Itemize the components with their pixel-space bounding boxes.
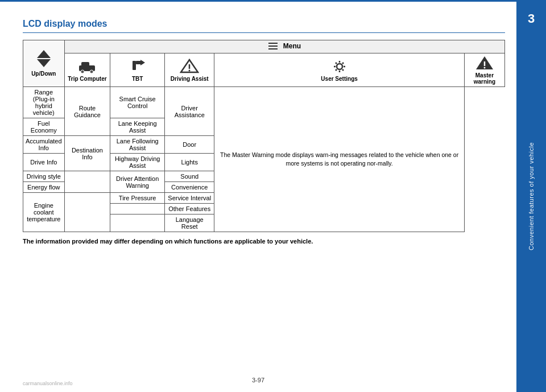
updown-arrows: Up/Down [26, 50, 62, 77]
settings-label: User Settings [217, 76, 461, 82]
trip-range: Range(Plug-in hybrid vehicle) [23, 87, 65, 118]
master-header: Master warning [464, 53, 504, 87]
page-container: 3 Convenient features of your vehicle LC… [0, 0, 546, 392]
trip-computer-header: Trip Computer [64, 53, 110, 87]
chapter-number: 3 [528, 11, 535, 26]
svg-line-19 [336, 63, 337, 64]
sidebar-label: Convenient features of your vehicle [528, 142, 535, 250]
settings-door: Door [165, 136, 214, 154]
trip-label: Trip Computer [67, 76, 108, 82]
menu-label: Menu [283, 42, 301, 50]
settings-icon [331, 59, 348, 75]
menu-header: Menu [64, 40, 504, 53]
settings-language-reset: LanguageReset [165, 214, 214, 232]
settings-other: Other Features [165, 204, 214, 214]
svg-point-13 [189, 69, 191, 71]
lcd-table: Up/Down Menu [23, 40, 505, 232]
right-sidebar: 3 Convenient features of your vehicle [516, 0, 546, 392]
svg-rect-7 [89, 65, 93, 68]
svg-rect-0 [268, 43, 278, 44]
trip-driving-style: Driving style [23, 171, 65, 182]
trip-accumulated: Accumulated Info [23, 136, 65, 154]
driving-lane-keeping: Lane Keeping Assist [110, 118, 165, 136]
driving-lane-following: Lane Following Assist [110, 136, 165, 154]
tbt-header: TBT [110, 53, 165, 87]
driving-tire-pressure: Tire Pressure [110, 193, 165, 204]
section-title: LCD display modes [23, 19, 505, 33]
trip-icon [77, 59, 97, 75]
updown-label: Up/Down [31, 71, 56, 77]
settings-lights: Lights [165, 154, 214, 171]
trip-fuel-economy: Fuel Economy [23, 118, 65, 136]
driving-attention: Driver AttentionWarning [110, 171, 165, 193]
driving-empty2 [110, 214, 165, 232]
trip-energy-flow: Energy flow [23, 182, 65, 193]
driving-highway: Highway DrivingAssist [110, 154, 165, 171]
driving-header: Driving Assist [165, 53, 214, 87]
settings-sound: Sound [165, 171, 214, 182]
svg-line-20 [342, 69, 344, 71]
table-row: Range(Plug-in hybrid vehicle) Route Guid… [23, 87, 505, 118]
watermark: carmanualsonline.info [23, 381, 73, 386]
footer-note: The information provided may differ depe… [23, 238, 505, 245]
svg-point-25 [483, 67, 485, 69]
svg-point-5 [81, 70, 84, 73]
settings-convenience: Convenience [165, 182, 214, 193]
master-warning-icon [475, 55, 494, 71]
svg-point-14 [337, 64, 342, 69]
menu-icon [268, 42, 280, 50]
svg-rect-1 [268, 46, 278, 47]
svg-marker-10 [140, 60, 145, 65]
settings-header: User Settings [214, 53, 464, 87]
master-label: Master warning [467, 72, 502, 85]
tbt-empty [64, 171, 110, 193]
updown-cell: Up/Down [23, 40, 65, 87]
driving-empty [110, 204, 165, 214]
svg-line-21 [342, 63, 344, 64]
settings-service: Service Interval [165, 193, 214, 204]
tbt-icon [129, 59, 146, 75]
tbt-destination: Destination Info [64, 136, 110, 171]
arrow-up-icon[interactable] [37, 50, 51, 58]
svg-rect-4 [81, 62, 89, 67]
svg-rect-2 [268, 48, 278, 49]
main-content: LCD display modes Up/Down [0, 2, 516, 392]
tbt-empty2 [64, 193, 110, 232]
trip-engine-coolant: Engine coolanttemperature [23, 193, 65, 232]
trip-drive-info: Drive Info [23, 154, 65, 171]
settings-driver-assist: Driver Assistance [165, 87, 214, 136]
svg-point-6 [90, 70, 93, 73]
tbt-route: Route Guidance [64, 87, 110, 136]
master-warning-description: The Master Warning mode displays warn-in… [214, 87, 464, 232]
page-number: 3-97 [252, 377, 264, 383]
driving-icon [180, 59, 199, 75]
driving-label: Driving Assist [167, 76, 212, 82]
svg-line-22 [336, 69, 337, 71]
svg-rect-8 [133, 61, 136, 70]
driving-smart-cruise: Smart Cruise Control [110, 87, 165, 118]
tbt-label: TBT [113, 76, 162, 82]
arrow-down-icon[interactable] [37, 59, 51, 67]
